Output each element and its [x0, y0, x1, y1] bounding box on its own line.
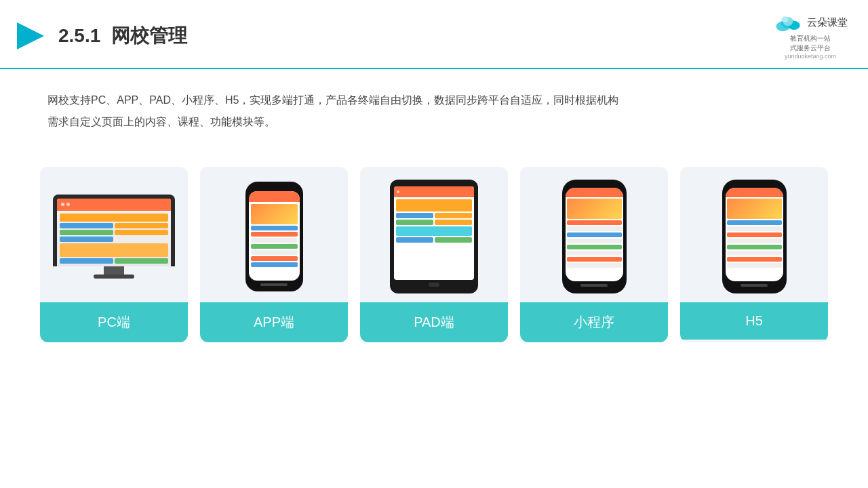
card-pc-image — [40, 167, 188, 302]
card-h5-label: H5 — [680, 302, 828, 340]
logo-cloud: 云朵课堂 — [773, 12, 848, 33]
card-pad-image — [360, 167, 508, 302]
card-pc-label: PC端 — [40, 302, 188, 342]
logo-url: yunduoketang.com — [785, 53, 836, 60]
card-pad: PAD端 — [360, 167, 508, 342]
description-text: 网校支持PC、APP、PAD、小程序、H5，实现多端打通，产品各终端自由切换，数… — [0, 69, 868, 140]
pc-mockup — [53, 195, 175, 279]
card-miniprogram-image — [520, 167, 668, 302]
pad-mockup — [390, 180, 478, 293]
card-h5: H5 — [680, 167, 828, 342]
card-miniprogram: 小程序 — [520, 167, 668, 342]
card-pc: PC端 — [40, 167, 188, 342]
miniprogram-mockup — [562, 180, 627, 293]
play-icon — [14, 19, 47, 53]
logo-tagline: 教育机构一站 式服务云平台 — [790, 34, 831, 53]
card-pad-label: PAD端 — [360, 302, 508, 342]
app-mockup — [245, 182, 303, 291]
card-h5-image — [680, 167, 828, 302]
page-title-name: 网校管理 — [111, 23, 187, 49]
cards-container: PC端 — [0, 146, 868, 342]
h5-mockup — [722, 180, 787, 293]
svg-marker-0 — [17, 22, 44, 49]
header: 2.5.1 网校管理 云朵课堂 教育机构一站 式服务云平台 yunduoketa… — [0, 0, 868, 69]
card-app-image — [200, 167, 348, 302]
logo-brand: 云朵课堂 — [807, 16, 848, 29]
card-miniprogram-label: 小程序 — [520, 302, 668, 342]
card-app: APP端 — [200, 167, 348, 342]
card-app-label: APP端 — [200, 302, 348, 342]
svg-point-5 — [781, 16, 788, 22]
logo-area: 云朵课堂 教育机构一站 式服务云平台 yunduoketang.com — [773, 12, 848, 60]
header-left: 2.5.1 网校管理 — [14, 19, 187, 53]
page-title: 2.5.1 — [58, 25, 100, 47]
cloud-icon — [773, 12, 803, 33]
